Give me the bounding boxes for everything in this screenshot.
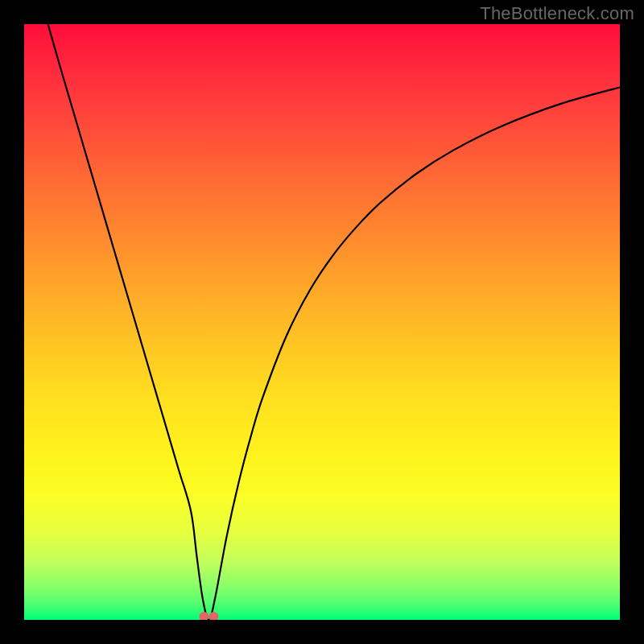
bottleneck-curve [48, 24, 620, 620]
minimum-dot [199, 612, 208, 620]
plot-area [24, 24, 620, 620]
chart-frame: TheBottleneck.com [0, 0, 644, 644]
curve-svg [24, 24, 620, 620]
minimum-dot [208, 612, 218, 620]
minimum-marker [199, 612, 218, 620]
watermark-text: TheBottleneck.com [480, 3, 634, 24]
